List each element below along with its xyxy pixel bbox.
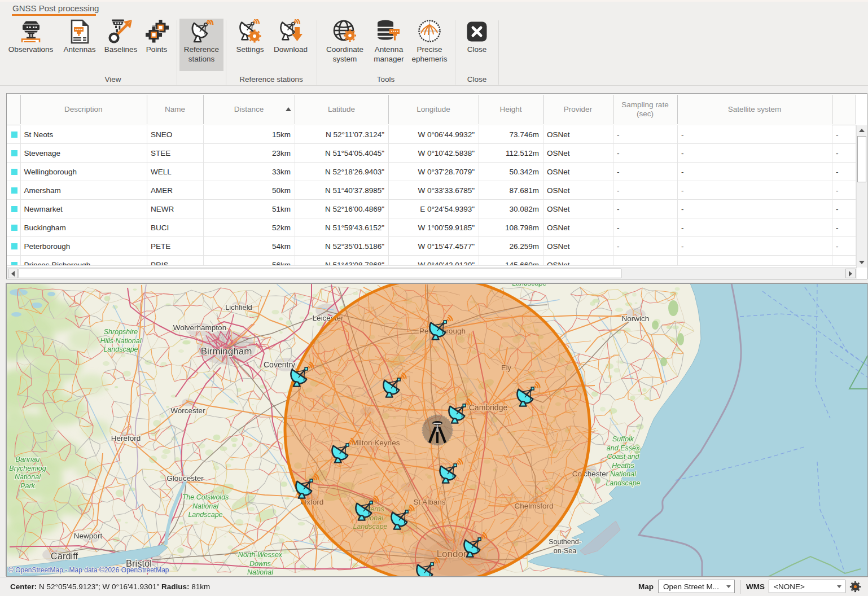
svg-text:Coventry: Coventry: [264, 360, 295, 369]
svg-text:National: National: [247, 568, 274, 576]
svg-text:Landscape: Landscape: [606, 479, 640, 487]
svg-text:Shropshire: Shropshire: [104, 328, 138, 336]
svg-text:Newport: Newport: [74, 532, 103, 540]
svg-text:Coast and: Coast and: [607, 453, 640, 461]
svg-text:Suffolk: Suffolk: [612, 435, 634, 443]
svg-text:Southend-: Southend-: [549, 538, 581, 546]
svg-text:North Wessex: North Wessex: [238, 551, 283, 559]
svg-text:National: National: [15, 473, 41, 481]
svg-text:Birmingham: Birmingham: [201, 346, 252, 357]
svg-text:Lichfield: Lichfield: [225, 303, 252, 312]
svg-text:Landscape: Landscape: [188, 511, 222, 519]
svg-text:National: National: [610, 470, 637, 478]
svg-text:Worcester: Worcester: [170, 406, 205, 415]
svg-text:and Essex: and Essex: [607, 444, 640, 452]
svg-text:on-Sea: on-Sea: [554, 547, 576, 555]
svg-text:Downs: Downs: [249, 560, 271, 568]
svg-text:Hereford: Hereford: [111, 434, 141, 442]
svg-text:Park: Park: [20, 482, 35, 490]
svg-text:Norwich: Norwich: [622, 314, 650, 323]
svg-text:Bannau: Bannau: [15, 455, 40, 463]
svg-text:Landscape: Landscape: [512, 283, 546, 287]
svg-text:Cardiff: Cardiff: [51, 551, 78, 561]
svg-text:Heaths: Heaths: [612, 462, 634, 470]
svg-text:Brycheiniog: Brycheiniog: [9, 464, 46, 472]
svg-text:© OpenStreetMap - Map data ©20: © OpenStreetMap - Map data ©2026 OpenStr…: [8, 566, 169, 574]
svg-text:National: National: [192, 502, 219, 510]
svg-text:Landscape: Landscape: [103, 345, 138, 353]
svg-text:Gloucester: Gloucester: [166, 474, 204, 483]
svg-text:The Cotswolds: The Cotswolds: [182, 493, 229, 501]
svg-text:Wolverhampton: Wolverhampton: [173, 323, 226, 332]
svg-text:Hills National: Hills National: [100, 337, 142, 345]
